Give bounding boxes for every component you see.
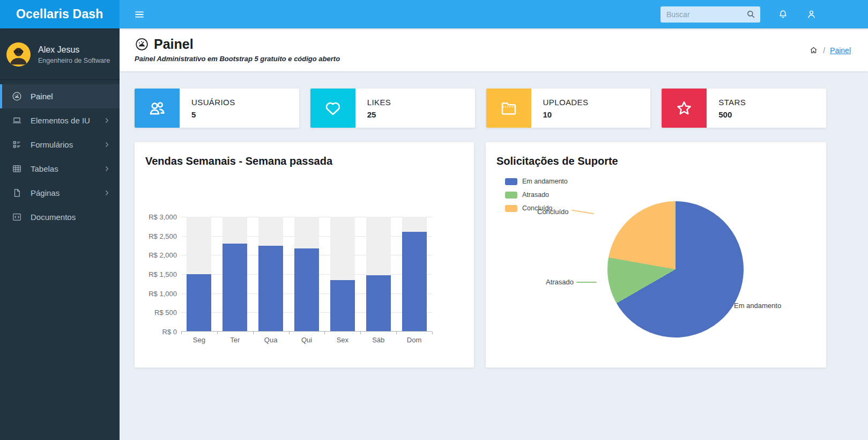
search-icon[interactable] xyxy=(746,9,756,19)
folder-icon xyxy=(486,89,531,128)
bar-sex xyxy=(330,280,355,332)
page-subtitle: Painel Administrativo em Bootstrap 5 gra… xyxy=(135,55,852,63)
stat-text: LIKES25 xyxy=(355,89,391,128)
bar-slot xyxy=(360,217,396,332)
sidebar-item-painel[interactable]: Painel xyxy=(0,84,120,108)
breadcrumb-current-link[interactable]: Painel xyxy=(830,46,851,55)
sidebar-item-label: Elementos de IU xyxy=(31,116,90,125)
sidebar: Alex Jesus Engenheiro de Software Painel… xyxy=(0,28,120,440)
sidebar-item-tabelas[interactable]: Tabelas xyxy=(0,157,120,181)
y-axis-tick-label: R$ 1,500 xyxy=(149,270,177,278)
bar-slot xyxy=(324,217,360,332)
bar-qua xyxy=(258,246,283,332)
legend-label: Atrasado xyxy=(522,191,549,199)
bar-seg xyxy=(187,274,211,332)
bar-dom xyxy=(402,232,427,332)
bar-slot xyxy=(396,217,432,332)
bar-track xyxy=(187,217,211,332)
bar-slot xyxy=(181,217,217,332)
y-axis-tick-label: R$ 2,500 xyxy=(149,232,177,240)
bar-chart-plot: SegTerQuaQuiSexSábDom xyxy=(181,217,432,332)
heart-icon xyxy=(310,89,355,128)
stat-label: STARS xyxy=(718,98,746,107)
chevron-right-icon xyxy=(103,189,111,197)
star-icon xyxy=(662,89,707,128)
pie-legend: Em andamentoAtrasadoConcluído xyxy=(505,178,568,212)
support-requests-card: Solicitações de Suporte Em andamentoAtra… xyxy=(486,142,826,368)
stat-label: UPLOADES xyxy=(543,98,589,107)
sidebar-item-paginas[interactable]: Páginas xyxy=(0,181,120,205)
page-title-row: Painel xyxy=(135,36,852,52)
x-axis-tick-mark xyxy=(360,332,361,334)
sidebar-user-info: Alex Jesus Engenheiro de Software xyxy=(38,45,110,64)
page-icon xyxy=(12,188,22,198)
legend-swatch xyxy=(505,192,517,199)
bar-track xyxy=(366,217,391,332)
sidebar-item-documentos[interactable]: Documentos xyxy=(0,205,120,229)
stat-value: 5 xyxy=(191,110,235,119)
x-axis-tick-mark xyxy=(217,332,218,334)
weekly-sales-card: Vendas Semanais - Semana passada R$ 0R$ … xyxy=(135,142,474,368)
bar-track xyxy=(330,217,355,332)
user-role: Engenheiro de Software xyxy=(38,57,110,64)
x-axis-tick-label: Qua xyxy=(253,336,289,344)
legend-item-atrasado: Atrasado xyxy=(505,191,568,199)
bar-slot xyxy=(217,217,253,332)
page-title: Painel xyxy=(154,36,194,52)
top-navbar: Ocellaris Dash xyxy=(0,0,868,28)
stat-value: 500 xyxy=(718,110,746,119)
stat-value: 10 xyxy=(543,110,589,119)
x-axis-tick-label: Dom xyxy=(396,336,432,344)
x-axis-tick-label: Ter xyxy=(217,336,253,344)
user-name: Alex Jesus xyxy=(38,45,110,55)
breadcrumb-separator: / xyxy=(823,46,825,55)
x-axis-tick-label: Qui xyxy=(289,336,325,344)
breadcrumb: / Painel xyxy=(809,46,851,55)
y-axis-tick-label: R$ 0 xyxy=(162,328,177,336)
gauge-icon xyxy=(12,91,22,101)
pie-callout-em-andamento: Em andamento xyxy=(715,302,781,310)
sidebar-item-elementos-de-iu[interactable]: Elementos de IU xyxy=(0,108,120,133)
sidebar-user-panel: Alex Jesus Engenheiro de Software xyxy=(0,28,120,80)
stat-card-uploades: UPLOADES10 xyxy=(486,89,651,128)
stat-text: USUÁRIOS5 xyxy=(180,89,235,128)
stat-value: 25 xyxy=(367,110,391,119)
chevron-right-icon xyxy=(103,165,111,173)
table-icon xyxy=(12,164,22,174)
weekly-sales-bar-chart: R$ 0R$ 500R$ 1,000R$ 1,500R$ 2,000R$ 2,5… xyxy=(145,217,463,332)
sidebar-item-formularios[interactable]: Formulários xyxy=(0,133,120,157)
stat-card-likes: LIKES25 xyxy=(310,89,475,128)
x-axis-tick-label: Seg xyxy=(181,336,217,344)
legend-item-em-andamento: Em andamento xyxy=(505,178,568,185)
stat-text: UPLOADES10 xyxy=(531,89,589,128)
checklist-icon xyxy=(12,140,22,150)
bar-slot xyxy=(289,217,325,332)
home-icon[interactable] xyxy=(809,46,818,55)
x-axis-tick-label: Sáb xyxy=(360,336,396,344)
hamburger-menu-icon[interactable] xyxy=(133,9,145,20)
bar-track xyxy=(294,217,319,332)
search-box[interactable] xyxy=(661,6,760,23)
y-axis-tick-label: R$ 1,000 xyxy=(149,289,177,297)
pie-callout-atrasado: Atrasado xyxy=(546,278,597,286)
y-axis-tick-label: R$ 2,000 xyxy=(149,251,177,259)
sidebar-item-label: Páginas xyxy=(31,188,60,197)
bar-track xyxy=(402,217,427,332)
user-account-icon[interactable] xyxy=(806,9,817,20)
pie-callout-label: Em andamento xyxy=(734,302,781,310)
sidebar-item-label: Painel xyxy=(31,92,53,101)
x-axis-tick-label: Sex xyxy=(324,336,360,344)
pie-callout-line xyxy=(715,303,731,308)
sidebar-item-label: Tabelas xyxy=(31,164,58,173)
bar-sab xyxy=(366,275,391,332)
bar-track xyxy=(222,217,247,332)
x-axis-tick-mark xyxy=(396,332,397,334)
bar-ter xyxy=(222,244,247,332)
search-input[interactable] xyxy=(666,10,746,19)
bar-chart-columns xyxy=(181,217,432,332)
y-axis-tick-label: R$ 3,000 xyxy=(149,213,177,221)
laptop-icon xyxy=(12,115,22,126)
notifications-bell-icon[interactable] xyxy=(777,9,789,20)
pie-callout-line xyxy=(576,282,597,283)
charts-row: Vendas Semanais - Semana passada R$ 0R$ … xyxy=(135,142,826,368)
